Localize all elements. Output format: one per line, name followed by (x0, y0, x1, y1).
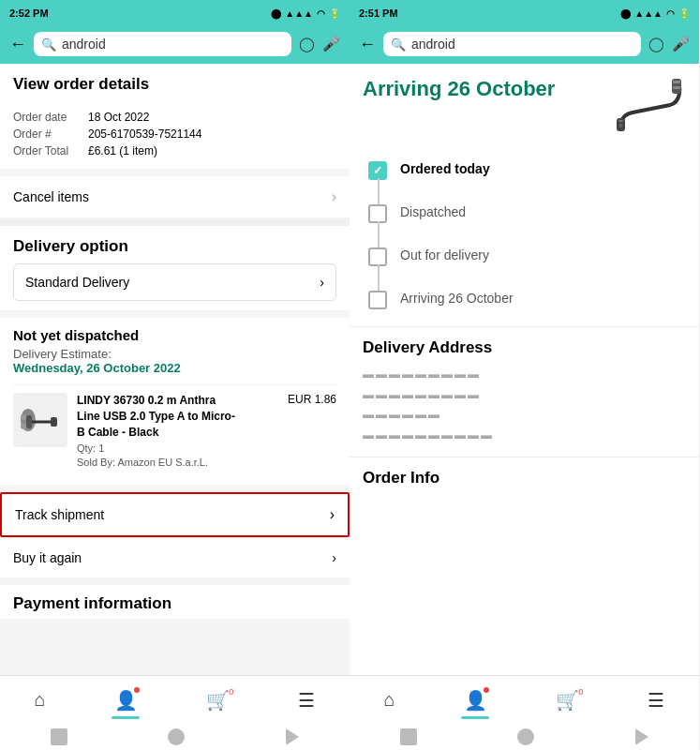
order-total-label: Order Total (13, 144, 88, 158)
right-account-dot (484, 687, 489, 693)
right-camera-icon[interactable]: ◯ (648, 36, 664, 52)
right-square-btn[interactable] (400, 728, 417, 745)
left-nav-home[interactable]: ⌂ (27, 685, 53, 714)
product-info: LINDY 36730 0.2 m Anthra Line USB 2.0 Ty… (77, 393, 336, 468)
right-menu-icon: ☰ (648, 689, 664, 712)
right-bottom-nav: ⌂ 👤 🛒 0 ☰ (350, 675, 699, 724)
buy-again-label: Buy it again (13, 550, 82, 565)
delivery-address-section: Delivery Address ▬▬▬▬▬▬▬▬▬ ▬▬▬▬▬▬▬▬▬ ▬▬▬… (350, 326, 699, 457)
camera-icon[interactable]: ◯ (299, 36, 315, 52)
product-image (13, 393, 67, 447)
svg-point-5 (21, 424, 26, 429)
cart-icon: 🛒 (206, 689, 230, 712)
right-status-bar: 2:51 PM ⬤ ▲▲▲ ◠ 🔋 (350, 0, 699, 26)
right-nav-active-bar (461, 716, 489, 719)
track-shipment-row[interactable]: Track shipment › (0, 492, 350, 537)
step-ordered-label: Ordered today (400, 159, 490, 176)
left-content: View order details Order date 18 Oct 202… (0, 64, 350, 675)
svg-rect-10 (618, 120, 623, 122)
left-search-text: android (62, 37, 284, 52)
order-info-section: Order Info (350, 457, 699, 506)
arriving-section: Arriving 26 October (350, 64, 699, 142)
page-title: View order details (0, 64, 350, 99)
right-circle-btn[interactable] (517, 728, 534, 745)
delivery-option-title: Delivery option (13, 226, 336, 263)
left-time: 2:52 PM (9, 8, 49, 19)
arriving-title: Arriving 26 October (363, 77, 555, 101)
cable-image (611, 77, 686, 133)
delivery-address-heading: Delivery Address (363, 338, 686, 357)
right-system-nav (350, 724, 699, 750)
right-wifi-icon: ◠ (666, 8, 675, 19)
left-nav-account[interactable]: 👤 (107, 685, 145, 715)
delivery-option-row[interactable]: Standard Delivery › (13, 263, 336, 301)
left-square-btn[interactable] (51, 728, 67, 745)
right-search-text: android (411, 37, 633, 52)
step-ordered: Ordered today (368, 152, 680, 188)
left-search-extras: ◯ 🎤 (299, 36, 340, 52)
left-bottom-nav: ⌂ 👤 🛒 0 ☰ (0, 675, 350, 724)
buy-again-row[interactable]: Buy it again › (0, 538, 350, 578)
left-nav-cart[interactable]: 🛒 0 (199, 685, 237, 715)
arriving-title-text: Arriving 26 October (363, 77, 555, 101)
payment-title: Payment information (0, 585, 350, 619)
step-delivery-checkbox (368, 248, 387, 266)
order-num-label: Order # (13, 128, 88, 141)
right-signal-icon: ▲▲▲ (634, 8, 663, 19)
left-circle-btn[interactable] (168, 728, 185, 745)
address-line-4: ▬▬▬▬▬▬▬▬▬▬ (363, 426, 686, 446)
step-arriving-label: Arriving 26 October (400, 289, 514, 306)
right-nav-account[interactable]: 👤 (456, 685, 495, 715)
right-nav-cart[interactable]: 🛒 0 (548, 685, 587, 715)
step-out-for-delivery: Out for delivery (368, 238, 680, 274)
home-icon: ⌂ (35, 689, 46, 711)
order-date-value: 18 Oct 2022 (88, 111, 336, 124)
svg-rect-8 (673, 86, 680, 89)
buy-chevron-icon: › (332, 550, 336, 565)
svg-rect-7 (673, 81, 680, 83)
right-mic-icon[interactable]: 🎤 (672, 36, 690, 52)
order-date-row: Order date 18 Oct 2022 (13, 109, 336, 126)
svg-point-4 (21, 414, 26, 420)
dispatch-section: Not yet dispatched Delivery Estimate: We… (0, 318, 350, 485)
left-system-nav (0, 724, 350, 750)
right-cart-count: 0 (578, 687, 583, 697)
product-price: EUR 1.86 (288, 393, 336, 440)
track-chevron-icon: › (330, 506, 335, 523)
signal-icon: ▲▲▲ (285, 8, 313, 19)
left-back-arrow[interactable]: ← (9, 35, 26, 54)
right-back-btn[interactable] (635, 728, 648, 745)
cancel-items-row[interactable]: Cancel items › (0, 176, 350, 218)
order-info-heading: Order Info (363, 469, 686, 488)
left-search-container[interactable]: 🔍 android (34, 32, 291, 56)
dispatch-title: Not yet dispatched (13, 327, 336, 343)
delivery-option-section: Delivery option Standard Delivery › (0, 226, 350, 310)
search-icon: 🔍 (41, 38, 56, 52)
address-line-1: ▬▬▬▬▬▬▬▬▬ (363, 365, 686, 385)
left-back-btn[interactable] (286, 728, 299, 745)
nav-active-bar (112, 716, 140, 719)
right-nav-menu[interactable]: ☰ (640, 685, 672, 715)
address-line-3: ▬▬▬▬▬▬ (363, 405, 686, 426)
delivery-estimate-label: Delivery Estimate: (13, 347, 336, 361)
right-battery-icon: 🔋 (678, 8, 690, 19)
right-back-arrow[interactable]: ← (359, 35, 376, 54)
order-info-card: Order date 18 Oct 2022 Order # 205-61705… (0, 99, 350, 169)
track-shipment-label: Track shipment (15, 507, 104, 522)
right-search-container[interactable]: 🔍 android (383, 32, 641, 56)
order-total-value: £6.61 (1 item) (88, 144, 336, 158)
left-nav-menu[interactable]: ☰ (290, 685, 322, 715)
order-total-row: Order Total £6.61 (1 item) (13, 142, 336, 159)
left-status-bar: 2:52 PM ⬤ ▲▲▲ ◠ 🔋 (0, 0, 350, 26)
arriving-cable-svg (614, 77, 684, 133)
left-phone-panel: 2:52 PM ⬤ ▲▲▲ ◠ 🔋 ← 🔍 android ◯ 🎤 View o… (0, 0, 350, 750)
right-bluetooth-icon: ⬤ (620, 8, 631, 19)
step-arriving-checkbox (368, 291, 387, 309)
mic-icon[interactable]: 🎤 (322, 36, 340, 52)
right-nav-home[interactable]: ⌂ (377, 685, 403, 714)
order-num-value: 205-6170539-7521144 (88, 128, 336, 141)
cart-count: 0 (229, 687, 233, 697)
product-qty: Qty: 1 (77, 442, 336, 454)
right-home-icon: ⌂ (384, 689, 395, 711)
account-dot (134, 687, 140, 693)
